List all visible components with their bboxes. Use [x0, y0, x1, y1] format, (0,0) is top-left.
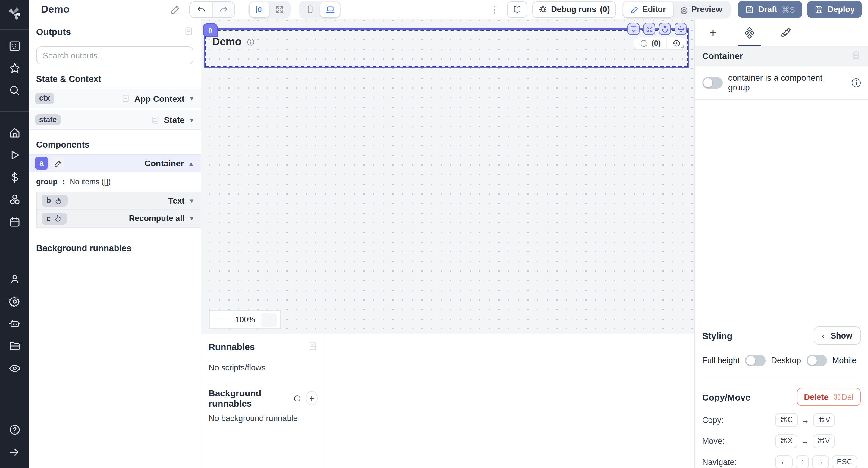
pill-resize-corner[interactable]	[681, 45, 684, 48]
resources-cubes-icon[interactable]	[0, 189, 29, 211]
search-icon[interactable]	[0, 79, 29, 102]
mobile-view-toggle[interactable]	[300, 1, 320, 17]
maximize-icon[interactable]	[643, 23, 655, 35]
schedules-calendar-icon[interactable]	[0, 211, 29, 233]
copy-move-section: Copy/Move Delete ⌘Del Copy: ⌘C → ⌘V Move…	[695, 381, 868, 468]
selected-container[interactable]: a Demo	[204, 28, 689, 68]
tab-styling-brush[interactable]	[767, 19, 804, 46]
docs-book-icon[interactable]	[507, 1, 527, 18]
styling-show-button[interactable]: ‹ Show	[813, 327, 861, 344]
rail-divider	[0, 111, 29, 112]
variables-dollar-icon[interactable]	[0, 166, 29, 189]
full-height-toggle[interactable]	[745, 355, 766, 366]
component-row-recompute[interactable]: c Recompute all ▼	[37, 210, 201, 228]
move-icon[interactable]	[675, 23, 687, 35]
debug-runs-button[interactable]: Debug runs (0)	[532, 1, 616, 18]
app-canvas[interactable]: a Demo	[201, 19, 694, 334]
desktop-toggle[interactable]	[807, 355, 827, 366]
state-badge: state	[35, 114, 61, 126]
delete-label: Delete	[804, 392, 828, 401]
recompute-row-label: Recompute all	[129, 214, 185, 223]
home-icon[interactable]	[0, 122, 29, 144]
preview-tab[interactable]: ◎ Preview	[673, 1, 730, 17]
container-row-label: Container	[145, 158, 184, 168]
outputs-doc-icon[interactable]	[184, 27, 193, 38]
chevron-down-icon[interactable]: ▼	[189, 116, 195, 123]
undo-icon[interactable]	[190, 1, 212, 17]
delete-button[interactable]: Delete ⌘Del	[797, 388, 861, 406]
anchor-icon[interactable]	[659, 23, 671, 35]
group-key: group	[36, 178, 58, 186]
kbd-arrow-left: ←	[775, 455, 792, 468]
windmill-logo-icon[interactable]	[7, 6, 22, 24]
collapse-arrow-icon[interactable]	[0, 441, 29, 463]
tab-insert-component[interactable]: +	[695, 19, 731, 46]
output-row-ctx[interactable]: ctx App Context ▼	[29, 89, 201, 108]
centered-layout-toggle[interactable]	[250, 1, 270, 17]
expand-down-icon[interactable]	[627, 23, 640, 35]
fullwidth-layout-toggle[interactable]	[270, 1, 289, 17]
delete-kbd: ⌘Del	[833, 392, 854, 402]
search-outputs-input[interactable]	[36, 46, 193, 64]
star-icon[interactable]	[0, 57, 29, 79]
component-row-container[interactable]: a Container ▲	[29, 154, 201, 172]
editor-tab[interactable]: Editor	[623, 1, 673, 17]
rename-pencil-icon[interactable]	[51, 157, 64, 170]
styling-title: Styling	[702, 330, 733, 341]
zoom-out-button[interactable]: −	[213, 312, 229, 327]
runs-play-icon[interactable]	[0, 144, 29, 166]
apps-icon[interactable]	[0, 35, 29, 57]
rail-divider	[0, 29, 29, 30]
mobile-label: Mobile	[832, 356, 857, 365]
outputs-title: Outputs	[36, 27, 71, 37]
desktop-view-toggle[interactable]	[320, 1, 340, 17]
refresh-runs-button[interactable]: (0)	[634, 37, 666, 49]
recompute-id-badge: c	[46, 214, 51, 223]
chevron-down-icon[interactable]: ▼	[189, 95, 195, 102]
more-menu-kebab-icon[interactable]: ⋮	[489, 4, 501, 15]
output-row-state[interactable]: state State ▼	[29, 110, 201, 130]
chevron-down-icon[interactable]: ▼	[189, 215, 195, 222]
debug-runs-count: (0)	[600, 5, 610, 14]
draft-button-label: Draft	[758, 5, 777, 14]
zoom-in-button[interactable]: +	[261, 312, 277, 327]
rename-pencil-icon[interactable]	[170, 4, 181, 14]
component-group-toggle[interactable]	[702, 77, 723, 88]
help-icon[interactable]	[0, 419, 29, 441]
component-row-text[interactable]: b Text ▼	[37, 192, 201, 210]
preview-eye-icon: ◎	[680, 4, 687, 14]
runnables-doc-icon[interactable]	[308, 341, 318, 353]
tab-component-settings[interactable]	[731, 19, 767, 46]
workers-robot-icon[interactable]	[0, 312, 29, 335]
draft-button[interactable]: Draft ⌘S	[738, 1, 802, 18]
inspector-tabs: +	[695, 19, 868, 46]
editor-preview-segmented: Editor ◎ Preview	[622, 0, 731, 19]
kbd-copy: ⌘C	[775, 413, 798, 427]
hand-pointer-icon	[54, 214, 62, 222]
chevron-left-icon: ‹	[822, 331, 825, 340]
canvas-heading-text[interactable]: Demo	[212, 36, 241, 48]
kbd-arrow-right: →	[812, 455, 829, 468]
container-doc-icon[interactable]	[851, 50, 861, 62]
add-background-runnable-button[interactable]: +	[306, 391, 318, 405]
runs-count: (0)	[651, 39, 661, 47]
plus-icon: +	[710, 26, 716, 40]
doc-icon	[121, 94, 130, 103]
kbd-cut: ⌘X	[775, 434, 798, 448]
layout-toggle-group	[248, 0, 290, 19]
audit-eye-icon[interactable]	[0, 357, 29, 379]
hand-pointer-icon	[55, 197, 62, 204]
redo-icon[interactable]	[212, 1, 235, 17]
deploy-button[interactable]: Deploy	[807, 1, 862, 18]
chevron-down-icon[interactable]: ▼	[189, 197, 195, 204]
runnables-title: Runnables	[209, 341, 255, 352]
zoom-level-value: 100%	[231, 315, 259, 324]
deploy-button-label: Deploy	[828, 5, 855, 14]
user-icon[interactable]	[0, 268, 29, 290]
settings-gear-icon[interactable]	[0, 290, 29, 312]
selection-id-badge[interactable]: a	[203, 24, 218, 37]
top-toolbar: Demo ⋮	[29, 0, 868, 19]
runnables-empty-text: No scripts/flows	[209, 363, 318, 372]
folders-icon[interactable]	[0, 335, 29, 357]
chevron-up-icon[interactable]: ▲	[188, 160, 194, 167]
